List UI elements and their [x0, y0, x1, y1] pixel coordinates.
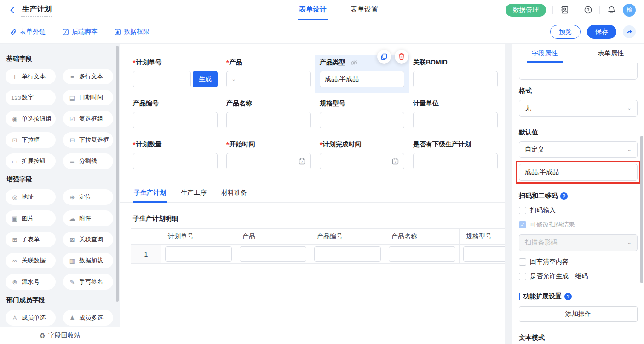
- field-type-pill[interactable]: ▥数据加载: [63, 253, 113, 268]
- subtable-cell-input[interactable]: [389, 246, 455, 262]
- subform-tab[interactable]: 材料准备: [220, 185, 248, 203]
- subtable-column-header: 产品编号: [310, 229, 385, 245]
- field-type-pill[interactable]: ⊕定位: [63, 189, 113, 205]
- table-row: 1: [131, 245, 505, 264]
- default-value-input[interactable]: 成品,半成品: [519, 164, 638, 181]
- subtable-column-header: 产品: [236, 229, 310, 245]
- field-type-pill[interactable]: ✎手写签名: [63, 274, 113, 290]
- field-type-pill[interactable]: ◎地址: [6, 189, 56, 205]
- sidebar-scrollbar[interactable]: [116, 44, 119, 327]
- form-field[interactable]: *开始时间7: [226, 140, 311, 169]
- field-input[interactable]: [133, 112, 218, 128]
- field-type-pill[interactable]: ∞关联数据: [6, 253, 56, 268]
- form-field[interactable]: *计划数量: [133, 140, 218, 169]
- form-field[interactable]: 关联BOMID: [413, 58, 498, 87]
- panel-tab-active[interactable]: 字段属性: [512, 44, 578, 63]
- generate-button[interactable]: 生成: [193, 71, 218, 87]
- field-type-pill[interactable]: ♟成员多选: [63, 310, 113, 326]
- field-input[interactable]: [413, 112, 498, 128]
- bell-icon[interactable]: [606, 5, 616, 15]
- help-icon[interactable]: [583, 5, 593, 15]
- format-select[interactable]: 无 ⌄: [519, 100, 638, 117]
- subform-tab[interactable]: 生产工序: [180, 185, 207, 203]
- add-action-button[interactable]: 添加操作: [519, 306, 638, 322]
- contacts-icon[interactable]: [559, 5, 569, 15]
- field-input[interactable]: [320, 112, 404, 128]
- required-asterisk: *: [226, 141, 229, 148]
- back-icon[interactable]: [7, 5, 17, 15]
- subtable-cell-input[interactable]: [314, 246, 381, 262]
- selected-field-wrapper[interactable]: 产品类型成品,半成品: [315, 55, 409, 93]
- field-type-pill[interactable]: ▣图片: [6, 210, 56, 226]
- field-type-pill[interactable]: ◉单选按钮组: [6, 111, 56, 127]
- panel-scrollbar-thumb[interactable]: [640, 136, 643, 283]
- field-type-pill[interactable]: 123数字: [6, 90, 56, 105]
- form-field[interactable]: 是否有下级生产计划: [413, 140, 498, 169]
- field-type-pill[interactable]: ≣分割线: [63, 153, 113, 169]
- form-field[interactable]: 计量单位: [413, 99, 498, 128]
- form-field[interactable]: 产品名称: [226, 99, 311, 128]
- save-button[interactable]: 保存: [587, 25, 616, 39]
- field-input[interactable]: 成品,半成品: [320, 71, 404, 87]
- header-tab-inactive[interactable]: 表单设置: [350, 0, 379, 20]
- form-field[interactable]: 规格型号: [320, 99, 404, 128]
- help-icon[interactable]: ?: [564, 293, 572, 300]
- field-select[interactable]: ⌄: [226, 71, 311, 87]
- field-type-label: 数字: [22, 93, 34, 102]
- field-type-pill[interactable]: ▤日期时间: [63, 90, 113, 105]
- editable-scan-checkbox: ✓ 可修改扫码结果: [519, 221, 638, 229]
- copy-icon[interactable]: [377, 50, 391, 64]
- help-icon[interactable]: ?: [560, 192, 568, 200]
- scan-input-checkbox[interactable]: 扫码输入: [519, 206, 638, 215]
- subform-tab[interactable]: 子生产计划: [133, 185, 167, 203]
- field-type-label: 附件: [79, 214, 91, 222]
- panel-tab-inactive[interactable]: 表单属性: [578, 44, 644, 63]
- form-field[interactable]: 产品编号: [133, 99, 218, 128]
- sidebar-scrollbar-thumb[interactable]: [116, 46, 119, 302]
- form-field[interactable]: 产品类型成品,半成品: [320, 58, 404, 87]
- field-date-input[interactable]: 7: [320, 153, 404, 169]
- field-type-pill[interactable]: T单行文本: [6, 69, 56, 84]
- toolbar-link-data-permission[interactable]: 数据权限: [114, 28, 150, 36]
- toolbar-link-backend-script[interactable]: 后端脚本: [62, 28, 98, 36]
- share-icon[interactable]: [623, 25, 636, 38]
- field-input[interactable]: [226, 112, 311, 128]
- field-type-pill[interactable]: ≡多行文本: [63, 69, 113, 84]
- field-recycle-bin[interactable]: ♻ 字段回收站: [0, 327, 120, 344]
- subtable-cell-input[interactable]: [463, 246, 505, 262]
- field-type-pill[interactable]: ▭扩展按钮: [6, 153, 56, 169]
- avatar[interactable]: 检: [623, 4, 636, 17]
- field-type-pill[interactable]: ☁附件: [63, 210, 113, 226]
- default-type-select[interactable]: 自定义 ⌄: [519, 141, 638, 158]
- subtable-cell-input[interactable]: [240, 246, 306, 262]
- field-input[interactable]: [413, 71, 498, 87]
- image-icon: ▣: [11, 215, 18, 222]
- page-title[interactable]: 生产计划: [21, 4, 52, 17]
- toolbar-link-form-external-link[interactable]: 表单外链: [10, 28, 46, 36]
- field-type-pill[interactable]: ♙成员单选: [6, 310, 56, 326]
- field-title-input[interactable]: [519, 63, 638, 80]
- form-field[interactable]: *产品⌄: [226, 58, 311, 87]
- header-tab-active[interactable]: 表单设计: [298, 0, 328, 20]
- field-type-pill[interactable]: ☑复选框组: [63, 111, 113, 127]
- checkbox-icon: [519, 273, 526, 280]
- field-type-pill[interactable]: ⊜流水号: [6, 274, 56, 290]
- data-manage-button[interactable]: 数据管理: [506, 4, 546, 17]
- allow-qr-checkbox[interactable]: 是否允许生成二维码: [519, 272, 638, 280]
- field-input[interactable]: [133, 153, 218, 169]
- field-type-pill[interactable]: ⊡下拉框: [6, 132, 56, 148]
- subtable-cell-input[interactable]: [165, 246, 232, 262]
- form-field[interactable]: *计划单号生成: [133, 58, 218, 87]
- delete-icon[interactable]: [395, 50, 408, 64]
- field-type-pill[interactable]: ⊠关联查询: [63, 232, 113, 247]
- field-input[interactable]: [133, 71, 191, 87]
- field-type-pill[interactable]: ⊞子表单: [6, 232, 56, 247]
- preview-button[interactable]: 预览: [550, 25, 581, 39]
- enter-clear-checkbox[interactable]: 回车清空内容: [519, 258, 638, 266]
- field-input[interactable]: [413, 153, 498, 169]
- field-type-pill[interactable]: ⊟下拉复选框: [63, 132, 113, 148]
- field-type-label: 流水号: [22, 278, 40, 286]
- field-label: *计划完成时间: [320, 140, 404, 149]
- form-field[interactable]: *计划完成时间7: [320, 140, 404, 169]
- field-date-input[interactable]: 7: [226, 153, 311, 169]
